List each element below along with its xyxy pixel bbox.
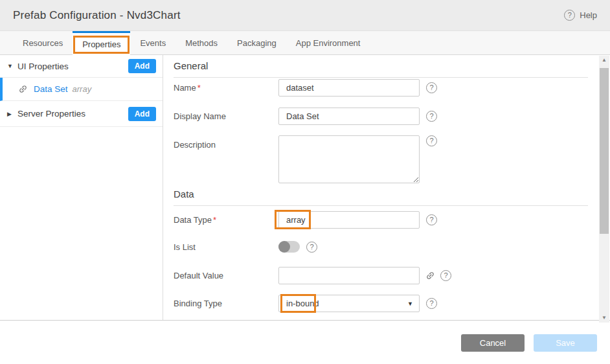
- is-list-field-row: Is List ?: [174, 241, 317, 253]
- scrollbar-thumb[interactable]: [600, 68, 609, 234]
- chevron-right-icon: ▶: [7, 111, 17, 117]
- data-type-input[interactable]: [278, 211, 420, 229]
- description-textarea[interactable]: [278, 135, 420, 183]
- help-label: Help: [580, 10, 597, 20]
- name-input[interactable]: [278, 79, 420, 97]
- save-button[interactable]: Save: [534, 334, 597, 352]
- required-asterisk: *: [198, 83, 201, 93]
- dropdown-arrow-icon: ▼: [407, 301, 413, 307]
- help-icon[interactable]: ?: [426, 135, 437, 146]
- binding-type-value: in-bound: [286, 299, 319, 308]
- help-icon[interactable]: ?: [426, 214, 437, 225]
- help-icon[interactable]: ?: [426, 111, 437, 122]
- sidebar-item-type: array: [73, 84, 92, 94]
- description-field-row: Description ?: [174, 135, 437, 183]
- field-label: Data Type*: [174, 215, 278, 225]
- help-icon[interactable]: ?: [440, 270, 451, 281]
- help-button[interactable]: ? Help: [564, 10, 597, 21]
- help-icon[interactable]: ?: [426, 82, 437, 93]
- cancel-button[interactable]: Cancel: [461, 334, 525, 352]
- content-divider: [0, 320, 610, 321]
- scroll-up-icon[interactable]: ▲: [599, 56, 609, 65]
- field-label: Name*: [174, 83, 278, 93]
- help-icon[interactable]: ?: [426, 298, 437, 309]
- field-label: Is List: [174, 242, 278, 252]
- tab-resources[interactable]: Resources: [13, 31, 73, 54]
- display-name-input[interactable]: [278, 108, 420, 125]
- field-label: Default Value: [174, 271, 278, 280]
- prefab-configuration-dialog: Prefab Configuration - Nvd3Chart ? Help …: [0, 0, 610, 364]
- sidebar-item-name: Data Set: [34, 84, 68, 94]
- tab-properties[interactable]: Properties: [73, 31, 130, 55]
- scroll-down-icon[interactable]: ▼: [599, 313, 609, 323]
- field-label: Description: [174, 135, 278, 150]
- default-value-input[interactable]: [278, 267, 420, 284]
- add-server-property-button[interactable]: Add: [128, 107, 156, 121]
- tab-packaging[interactable]: Packaging: [227, 31, 286, 54]
- section-title-data: Data: [174, 188, 588, 206]
- sidebar-section-server-properties[interactable]: ▶ Server Properties Add: [0, 101, 163, 127]
- binding-type-select[interactable]: in-bound ▼: [278, 295, 420, 312]
- is-list-toggle[interactable]: [278, 241, 300, 253]
- default-value-field-row: Default Value ?: [174, 267, 451, 284]
- sidebar-section-ui-properties[interactable]: ▼ UI Properties Add: [0, 55, 163, 78]
- sidebar-item-data-set[interactable]: Data Set array: [0, 78, 163, 101]
- sidebar: ▼ UI Properties Add Data Set array ▶ Ser…: [0, 55, 163, 320]
- chevron-down-icon: ▼: [7, 63, 17, 69]
- link-icon: [16, 82, 30, 96]
- toggle-knob-icon: [278, 241, 290, 253]
- header: Prefab Configuration - Nvd3Chart ? Help: [0, 0, 610, 31]
- field-label: Display Name: [174, 111, 278, 121]
- vertical-scrollbar[interactable]: ▲ ▼: [599, 56, 609, 323]
- required-asterisk: *: [213, 215, 216, 225]
- tab-methods[interactable]: Methods: [175, 31, 227, 54]
- display-name-field-row: Display Name ?: [174, 108, 437, 125]
- sidebar-section-label: UI Properties: [17, 62, 69, 71]
- section-title-general: General: [174, 60, 588, 78]
- tab-properties-label: Properties: [82, 40, 120, 49]
- data-type-field-row: Data Type* ?: [174, 211, 437, 229]
- tab-events[interactable]: Events: [130, 31, 175, 54]
- bind-link-icon[interactable]: [424, 269, 437, 282]
- name-field-row: Name* ?: [174, 79, 437, 97]
- field-label: Binding Type: [174, 299, 278, 308]
- help-circle-icon: ?: [564, 10, 575, 21]
- page-title: Prefab Configuration - Nvd3Chart: [13, 9, 181, 22]
- tab-app-environment[interactable]: App Environment: [286, 31, 370, 54]
- sidebar-section-label: Server Properties: [17, 109, 85, 119]
- property-form: General Name* ? Display Name ? Descripti…: [164, 55, 598, 320]
- binding-type-field-row: Binding Type in-bound ▼ ?: [174, 295, 437, 312]
- tab-bar: Resources Properties Events Methods Pack…: [0, 31, 610, 55]
- help-icon[interactable]: ?: [306, 242, 317, 253]
- add-ui-property-button[interactable]: Add: [128, 59, 156, 73]
